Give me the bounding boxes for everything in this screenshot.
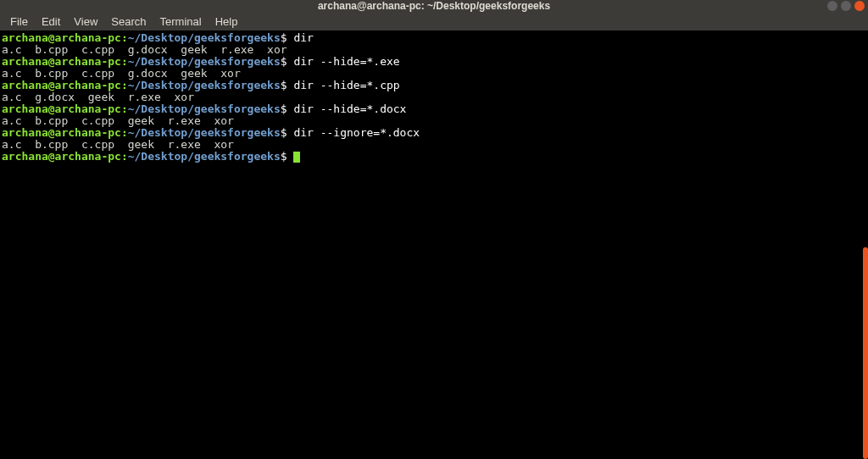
output-line: a.c b.cpp c.cpp geek r.exe xor xyxy=(2,139,866,151)
prompt-path: ~/Desktop/geeksforgeeks xyxy=(128,150,281,163)
prompt-dollar: $ xyxy=(281,126,287,139)
command-text: dir xyxy=(293,31,313,44)
prompt-colon: : xyxy=(121,126,128,139)
terminal-line: archana@archana-pc:~/Desktop/geeksforgee… xyxy=(2,80,866,91)
prompt-dollar: $ xyxy=(281,102,287,115)
prompt-path: ~/Desktop/geeksforgeeks xyxy=(128,126,281,139)
command-text: dir --hide=*.docx xyxy=(293,102,406,115)
prompt-user: archana@archana-pc xyxy=(2,55,121,68)
terminal-line: archana@archana-pc:~/Desktop/geeksforgee… xyxy=(2,103,866,115)
terminal-line: archana@archana-pc:~/Desktop/geeksforgee… xyxy=(2,56,866,68)
prompt-user: archana@archana-pc xyxy=(2,31,121,44)
cursor-icon xyxy=(293,152,300,163)
prompt-dollar: $ xyxy=(281,55,287,68)
command-text: dir --ignore=*.docx xyxy=(293,126,420,139)
output-line: a.c b.cpp c.cpp g.docx geek xor xyxy=(2,68,866,80)
prompt-colon: : xyxy=(121,102,128,115)
prompt-user: archana@archana-pc xyxy=(2,102,121,115)
command-text: dir --hide=*.cpp xyxy=(293,79,399,91)
prompt-dollar: $ xyxy=(281,150,287,163)
menubar: File Edit View Search Terminal Help xyxy=(0,12,868,30)
terminal-line: archana@archana-pc:~/Desktop/geeksforgee… xyxy=(2,32,866,44)
prompt-colon: : xyxy=(121,31,128,44)
output-line: a.c g.docx geek r.exe xor xyxy=(2,91,866,103)
prompt-user: archana@archana-pc xyxy=(2,126,121,139)
scrollbar-thumb[interactable] xyxy=(863,247,868,459)
terminal-line: archana@archana-pc:~/Desktop/geeksforgee… xyxy=(2,127,866,139)
terminal-line: archana@archana-pc:~/Desktop/geeksforgee… xyxy=(2,151,866,163)
menu-edit[interactable]: Edit xyxy=(35,14,67,30)
prompt-path: ~/Desktop/geeksforgeeks xyxy=(128,79,281,91)
prompt-colon: : xyxy=(121,150,128,163)
prompt-colon: : xyxy=(121,79,128,91)
menu-help[interactable]: Help xyxy=(209,14,245,30)
minimize-icon[interactable] xyxy=(827,1,837,11)
command-text: dir --hide=*.exe xyxy=(293,55,399,68)
output-line: a.c b.cpp c.cpp geek r.exe xor xyxy=(2,115,866,127)
close-icon[interactable] xyxy=(854,1,865,11)
prompt-colon: : xyxy=(121,55,128,68)
prompt-path: ~/Desktop/geeksforgeeks xyxy=(128,102,281,115)
prompt-dollar: $ xyxy=(281,79,287,91)
prompt-dollar: $ xyxy=(281,31,287,44)
window-title: archana@archana-pc: ~/Desktop/geeksforge… xyxy=(318,0,550,12)
window-controls xyxy=(827,1,865,11)
prompt-path: ~/Desktop/geeksforgeeks xyxy=(128,31,281,44)
menu-search[interactable]: Search xyxy=(104,14,153,30)
menu-file[interactable]: File xyxy=(3,14,35,30)
prompt-user: archana@archana-pc xyxy=(2,79,121,91)
prompt-user: archana@archana-pc xyxy=(2,150,121,163)
menu-view[interactable]: View xyxy=(67,14,104,30)
menu-terminal[interactable]: Terminal xyxy=(153,14,209,30)
titlebar: archana@archana-pc: ~/Desktop/geeksforge… xyxy=(0,0,868,12)
prompt-path: ~/Desktop/geeksforgeeks xyxy=(128,55,281,68)
scrollbar-track[interactable] xyxy=(863,30,868,459)
maximize-icon[interactable] xyxy=(841,1,851,11)
output-line: a.c b.cpp c.cpp g.docx geek r.exe xor xyxy=(2,44,866,56)
terminal-area[interactable]: archana@archana-pc:~/Desktop/geeksforgee… xyxy=(0,30,868,459)
